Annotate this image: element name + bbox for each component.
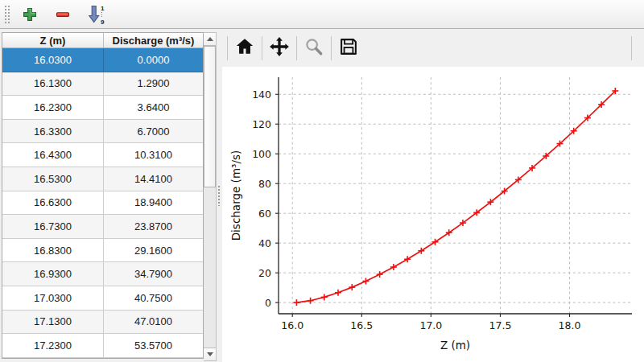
column-header-z[interactable]: Z (m) — [2, 33, 104, 48]
cell-discharge[interactable]: 6.7000 — [104, 120, 203, 144]
chart-canvas[interactable]: 16.016.517.017.518.0020406080100120140Z … — [222, 67, 644, 362]
add-icon — [22, 6, 38, 23]
cell-z[interactable]: 16.4300 — [2, 143, 104, 167]
sort-ascending-button[interactable]: 1 9 — [85, 4, 106, 25]
home-view-button[interactable] — [230, 33, 259, 64]
cell-z[interactable]: 16.0300 — [2, 48, 104, 72]
pan-button[interactable] — [265, 33, 294, 64]
table-row[interactable]: 17.230053.5700 — [2, 334, 203, 358]
table-row[interactable]: 16.13001.2900 — [2, 72, 203, 97]
svg-text:60: 60 — [258, 208, 271, 220]
svg-text:0: 0 — [265, 297, 271, 309]
x-axis-label: Z (m) — [440, 339, 470, 352]
cell-discharge[interactable]: 14.4100 — [104, 167, 203, 191]
scrollbar-thumb[interactable] — [204, 46, 216, 187]
chart-spines — [279, 77, 632, 314]
main-area: Z (m) Discharge (m³/s) 16.03000.000016.1… — [0, 29, 644, 362]
cell-z[interactable]: 16.3300 — [2, 120, 104, 144]
toolbar-drag-handle[interactable] — [4, 5, 10, 24]
scroll-up-button[interactable] — [204, 33, 216, 46]
cell-discharge[interactable]: 29.1600 — [104, 239, 203, 263]
svg-text:9: 9 — [101, 19, 105, 25]
table-header: Z (m) Discharge (m³/s) — [2, 33, 203, 48]
table-row[interactable]: 16.830029.1600 — [2, 239, 203, 263]
svg-text:80: 80 — [258, 178, 271, 190]
column-header-discharge[interactable]: Discharge (m³/s) — [104, 33, 203, 48]
toolbar-separator — [331, 36, 332, 60]
plot-navigation-toolbar — [222, 29, 644, 67]
table-row[interactable]: 16.03000.0000 — [2, 48, 203, 72]
cell-discharge[interactable]: 1.2900 — [104, 72, 203, 97]
zoom-rect-button[interactable] — [299, 33, 328, 64]
table-panel: Z (m) Discharge (m³/s) 16.03000.000016.1… — [0, 29, 217, 362]
cell-discharge[interactable]: 40.7500 — [104, 286, 203, 311]
home-icon — [234, 36, 255, 60]
table-row[interactable]: 16.730023.8700 — [2, 215, 203, 239]
cell-z[interactable]: 16.8300 — [2, 239, 104, 263]
panel-splitter[interactable] — [217, 29, 222, 362]
app-window: 1 9 Z (m) Discharge (m³/s) 16.03000.0000… — [0, 0, 644, 362]
pan-icon — [268, 35, 291, 60]
scroll-down-icon — [207, 352, 213, 356]
cell-z[interactable]: 17.1300 — [2, 311, 104, 335]
toolbar-separator — [262, 36, 262, 60]
remove-row-button[interactable] — [52, 4, 73, 25]
table-row[interactable]: 16.430010.3100 — [2, 143, 203, 167]
toolbar-separator — [631, 36, 632, 60]
chart-area: 16.016.517.017.518.0020406080100120140Z … — [222, 67, 644, 362]
cell-discharge[interactable]: 34.7900 — [104, 262, 203, 286]
cell-discharge[interactable]: 0.0000 — [104, 48, 203, 72]
svg-text:100: 100 — [252, 148, 271, 160]
cell-discharge[interactable]: 18.9400 — [104, 191, 203, 216]
chart-grid — [279, 77, 632, 314]
cell-z[interactable]: 16.1300 — [2, 72, 104, 97]
svg-text:40: 40 — [258, 237, 271, 249]
svg-text:16.0: 16.0 — [281, 319, 303, 331]
plot-panel: 16.016.517.017.518.0020406080100120140Z … — [222, 29, 644, 362]
rating-table: Z (m) Discharge (m³/s) 16.03000.000016.1… — [2, 32, 204, 359]
toolbar-separator — [227, 36, 228, 60]
table-row[interactable]: 16.530014.4100 — [2, 167, 203, 191]
cell-z[interactable]: 16.5300 — [2, 167, 104, 191]
save-figure-button[interactable] — [334, 33, 363, 64]
cell-z[interactable]: 16.9300 — [2, 262, 104, 286]
table-row[interactable]: 17.130047.0100 — [2, 311, 203, 335]
cell-discharge[interactable]: 53.5700 — [104, 334, 203, 358]
svg-text:140: 140 — [252, 88, 271, 101]
scroll-up-icon — [207, 37, 213, 41]
scrollbar-track[interactable] — [204, 46, 216, 348]
table-scrollbar[interactable] — [204, 32, 217, 361]
cell-z[interactable]: 16.7300 — [2, 215, 104, 239]
toolbar-separator — [296, 36, 297, 60]
cell-discharge[interactable]: 23.8700 — [104, 215, 203, 239]
chart-ticks — [275, 94, 570, 317]
cell-z[interactable]: 17.0300 — [2, 286, 104, 311]
svg-text:17.5: 17.5 — [489, 319, 512, 331]
chart-series-line — [296, 91, 615, 302]
sort-ascending-icon: 1 9 — [86, 4, 105, 25]
table-toolbar: 1 9 — [0, 0, 644, 29]
cell-z[interactable]: 17.2300 — [2, 334, 104, 358]
table-row[interactable]: 16.23003.6400 — [2, 96, 203, 120]
svg-text:17.0: 17.0 — [419, 319, 442, 331]
table-row[interactable]: 17.030040.7500 — [2, 286, 203, 311]
table-row[interactable]: 16.630018.9400 — [2, 191, 203, 216]
cell-discharge[interactable]: 10.3100 — [104, 143, 203, 167]
svg-text:20: 20 — [258, 267, 271, 279]
cell-z[interactable]: 16.2300 — [2, 96, 104, 120]
zoom-icon — [303, 36, 324, 60]
table-row[interactable]: 16.930034.7900 — [2, 262, 203, 286]
svg-text:18.0: 18.0 — [559, 319, 581, 331]
save-icon — [338, 36, 359, 60]
cell-discharge[interactable]: 47.0100 — [104, 311, 203, 335]
cell-discharge[interactable]: 3.6400 — [104, 96, 203, 120]
table-row[interactable]: 16.33006.7000 — [2, 120, 203, 144]
scroll-down-button[interactable] — [204, 348, 216, 360]
y-axis-label: Discharge (m³/s) — [229, 150, 242, 241]
table-body: 16.03000.000016.13001.290016.23003.64001… — [2, 48, 203, 358]
add-row-button[interactable] — [19, 4, 40, 25]
splitter-handle-icon — [217, 185, 221, 206]
svg-text:1: 1 — [101, 5, 105, 12]
chart-tick-labels: 16.016.517.017.518.0020406080100120140 — [252, 88, 580, 331]
cell-z[interactable]: 16.6300 — [2, 191, 104, 216]
